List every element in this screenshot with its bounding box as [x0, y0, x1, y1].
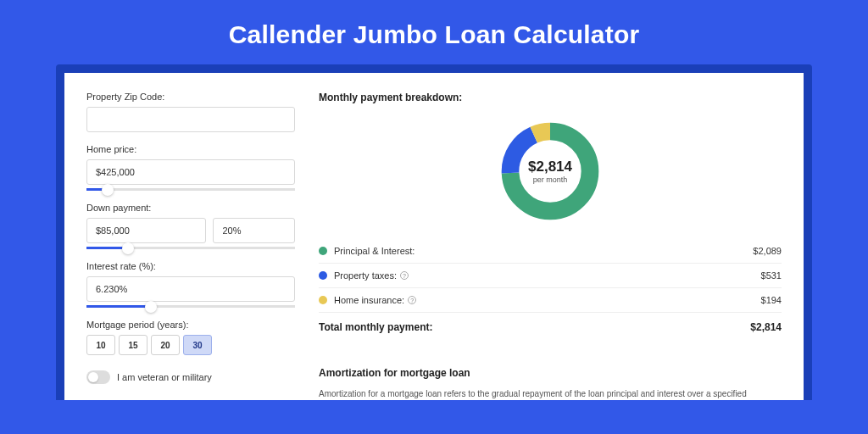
- calculator-panel-outer: Property Zip Code: Home price: Down paym…: [56, 64, 812, 400]
- donut-center: $2,814 per month: [528, 159, 572, 184]
- home-price-field-group: Home price:: [86, 144, 295, 191]
- dot-icon: [319, 296, 327, 304]
- mortgage-period-label: Mortgage period (years):: [86, 320, 295, 330]
- info-icon[interactable]: ?: [408, 296, 416, 304]
- amortization-title: Amortization for mortgage loan: [319, 367, 782, 379]
- total-row: Total monthly payment: $2,814: [319, 313, 782, 342]
- legend-value-pi: $2,089: [753, 246, 782, 256]
- down-payment-input[interactable]: [86, 218, 206, 243]
- calculator-panel: Property Zip Code: Home price: Down paym…: [64, 73, 804, 400]
- down-payment-pct-input[interactable]: [213, 218, 295, 243]
- interest-rate-input[interactable]: [86, 276, 295, 302]
- interest-rate-label: Interest rate (%):: [86, 261, 295, 271]
- interest-rate-field-group: Interest rate (%):: [86, 261, 295, 308]
- period-button-15[interactable]: 15: [119, 335, 147, 355]
- legend-row-tax: Property taxes: ? $531: [319, 264, 782, 288]
- down-payment-label: Down payment:: [86, 203, 295, 213]
- veteran-toggle-row: I am veteran or military: [86, 370, 295, 384]
- home-price-slider[interactable]: [86, 188, 295, 191]
- amortization-text: Amortization for a mortgage loan refers …: [319, 387, 782, 400]
- home-price-label: Home price:: [86, 144, 295, 154]
- donut-chart-wrap: $2,814 per month: [319, 112, 782, 239]
- info-icon[interactable]: ?: [400, 271, 409, 280]
- veteran-toggle[interactable]: [86, 370, 110, 384]
- breakdown-column: Monthly payment breakdown: $2,814 per mo…: [319, 92, 782, 400]
- interest-rate-slider[interactable]: [86, 305, 295, 308]
- legend-label-pi: Principal & Interest:: [334, 246, 753, 256]
- donut-sublabel: per month: [528, 175, 572, 184]
- inputs-column: Property Zip Code: Home price: Down paym…: [86, 92, 295, 400]
- legend-label-tax: Property taxes: ?: [334, 270, 761, 281]
- period-button-20[interactable]: 20: [151, 335, 180, 355]
- breakdown-title: Monthly payment breakdown:: [319, 92, 782, 103]
- dot-icon: [319, 247, 327, 255]
- legend-row-ins: Home insurance: ? $194: [319, 288, 782, 313]
- period-button-10[interactable]: 10: [86, 335, 115, 355]
- dot-icon: [319, 271, 327, 280]
- page-title: Callender Jumbo Loan Calculator: [0, 0, 868, 64]
- donut-chart: $2,814 per month: [498, 119, 603, 224]
- amortization-section: Amortization for mortgage loan Amortizat…: [319, 355, 782, 400]
- mortgage-period-field-group: Mortgage period (years): 10 15 20 30: [86, 320, 295, 355]
- zip-label: Property Zip Code:: [86, 92, 295, 102]
- total-value: $2,814: [750, 321, 782, 333]
- slider-thumb-icon[interactable]: [145, 301, 157, 313]
- period-button-30[interactable]: 30: [183, 335, 212, 355]
- home-price-input[interactable]: [86, 159, 295, 185]
- total-label: Total monthly payment:: [319, 321, 432, 333]
- donut-amount: $2,814: [528, 159, 572, 175]
- legend-value-tax: $531: [761, 270, 782, 281]
- slider-thumb-icon[interactable]: [122, 242, 134, 254]
- down-payment-field-group: Down payment:: [86, 203, 295, 249]
- zip-field-group: Property Zip Code:: [86, 92, 295, 132]
- veteran-label: I am veteran or military: [117, 372, 212, 382]
- zip-input[interactable]: [86, 107, 295, 132]
- legend-row-pi: Principal & Interest: $2,089: [319, 239, 782, 264]
- mortgage-period-buttons: 10 15 20 30: [86, 335, 295, 355]
- legend-label-ins: Home insurance: ?: [334, 295, 761, 305]
- down-payment-slider[interactable]: [86, 247, 295, 249]
- slider-thumb-icon[interactable]: [102, 184, 114, 196]
- legend-value-ins: $194: [761, 295, 782, 305]
